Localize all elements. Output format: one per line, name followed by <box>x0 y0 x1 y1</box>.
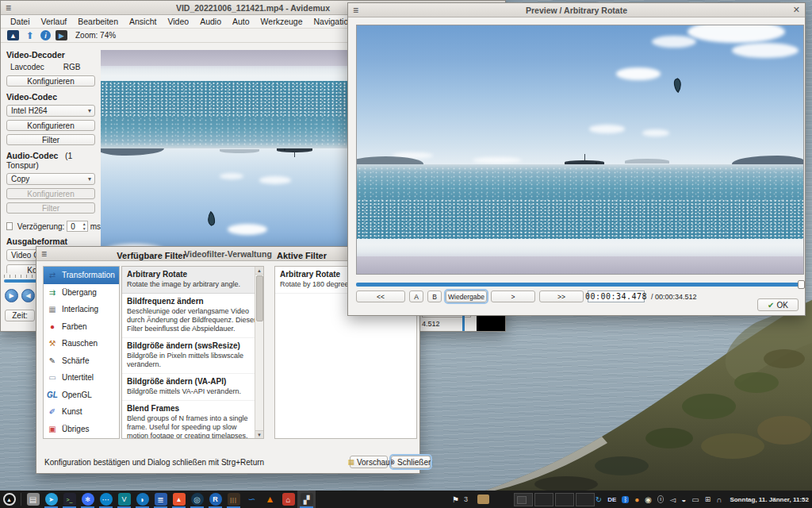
workspace-3[interactable] <box>555 493 574 506</box>
workspace-2[interactable] <box>534 493 553 506</box>
clock[interactable]: Sonntag, 11. Jänner, 11:52 <box>730 496 809 503</box>
taskbar-app-r[interactable]: R <box>206 491 224 508</box>
category-farben[interactable]: ●Farben <box>44 318 119 336</box>
filter-list-scrollbar[interactable]: ▲ ▼ <box>255 267 263 438</box>
avidemux-clapper-icon: ▞ <box>301 493 313 506</box>
ok-button[interactable]: ✔ OK <box>757 298 799 311</box>
audio-icon[interactable]: ∩ <box>716 495 722 504</box>
category-schaerfe[interactable]: ✎Schärfe <box>44 352 119 370</box>
nextcloud-icon: ⋯ <box>100 493 113 506</box>
music-player-icon[interactable]: ● <box>634 495 639 504</box>
filter-item-swsresize[interactable]: Bildgröße ändern (swsResize) Bildgröße i… <box>122 338 263 374</box>
taskbar-app-vlc[interactable]: ▲ <box>261 491 279 508</box>
delay-spinbox[interactable]: 0 ▲▼ <box>67 221 87 232</box>
photo-editor-icon: ◎ <box>191 493 204 506</box>
filter-category-list: ⇄Transformation ⇉Übergang ▦Interlacing ●… <box>43 266 120 439</box>
category-kunst[interactable]: ✐Kunst <box>44 403 119 421</box>
preview-seek-slider[interactable] <box>356 283 804 287</box>
notification-icon[interactable]: ⚑ <box>452 495 459 504</box>
taskbar-app-nextcloud[interactable]: ⋯ <box>97 491 115 508</box>
menu-video[interactable]: Video <box>163 16 193 27</box>
available-filters-header: Verfügbare Filter <box>36 251 266 260</box>
save-file-icon[interactable]: ⬆ <box>24 30 36 40</box>
preview-titlebar: ≡ Preview / Arbitrary Rotate ✕ <box>348 3 805 17</box>
preview-button[interactable]: ▦ Vorschau <box>350 456 388 468</box>
display-icon[interactable]: ▭ <box>691 495 699 504</box>
menu-bearbeiten[interactable]: Bearbeiten <box>73 16 123 27</box>
audio-codec-select[interactable]: Copy ▾ <box>6 173 95 185</box>
marker-b-button[interactable]: B <box>427 291 442 302</box>
app-menu-button[interactable]: ▲ <box>0 491 18 508</box>
filmstrip-icon[interactable]: ▶ <box>56 30 67 40</box>
menu-werkzeuge[interactable]: Werkzeuge <box>256 16 308 27</box>
close-icon[interactable]: ✕ <box>793 5 800 15</box>
info-icon[interactable]: i <box>40 30 51 40</box>
workspace-4[interactable] <box>576 493 595 506</box>
taskbar-app-library[interactable]: ||| <box>224 491 243 508</box>
decoder-configure-button[interactable]: Konfigurieren <box>6 75 95 87</box>
category-untertitel[interactable]: ▭Untertitel <box>44 369 119 387</box>
menu-auto[interactable]: Auto <box>228 16 255 27</box>
network-icon[interactable]: ⊞ <box>705 495 711 503</box>
marker-a-button[interactable]: A <box>409 291 423 302</box>
category-uebergang[interactable]: ⇉Übergang <box>44 284 119 302</box>
power-icon[interactable]: ◒ <box>681 495 686 504</box>
keyboard-layout-indicator[interactable]: DE <box>607 496 616 503</box>
filter-item-blend-frames[interactable]: Blend Frames Blend groups of N frames in… <box>122 401 263 439</box>
taskbar-app-thunderbird[interactable]: ◗ <box>133 491 151 508</box>
video-codec-select[interactable]: Intel H264 ▾ <box>6 105 95 117</box>
fast-forward-button[interactable]: >> <box>539 291 584 302</box>
taskbar-app-photo-editor[interactable]: ◎ <box>188 491 206 508</box>
volume-slider[interactable] <box>462 315 465 331</box>
output-format-heading: Ausgabeformat <box>6 237 101 246</box>
video-codec-configure-button[interactable]: Konfigurieren <box>6 120 95 131</box>
category-uebriges[interactable]: ▣Übriges <box>44 421 119 438</box>
delay-checkbox[interactable] <box>6 222 13 230</box>
play-button[interactable]: ▶ <box>5 289 18 302</box>
category-interlacing[interactable]: ▦Interlacing <box>44 301 119 318</box>
spinner-arrows-icon[interactable]: ▲▼ <box>82 221 86 231</box>
taskbar-app-archive[interactable]: ▤ <box>24 491 42 508</box>
taskbar: ▲ ▤ ➤ >_ ✻ ⋯ V ◗ ≣ ▲ ◎ R ||| ∽ ▲ ⌂ ▞ ⚑ 3… <box>0 491 812 508</box>
scrollbar-thumb[interactable] <box>256 275 263 321</box>
filter-item-vaapi[interactable]: Bildgröße ändern (VA-API) Bildgröße mitt… <box>122 374 263 401</box>
menu-ansicht[interactable]: Ansicht <box>124 16 161 27</box>
slider-handle[interactable] <box>798 280 805 289</box>
current-time-display[interactable]: 00:00:34.478 <box>588 291 645 302</box>
kdeconnect-icon[interactable]: ◅ <box>669 495 676 504</box>
taskbar-app-brave[interactable]: ▲ <box>170 491 188 508</box>
taskbar-app-video-tool[interactable]: V <box>115 491 133 508</box>
playback-button[interactable]: Wiedergabe <box>446 291 487 302</box>
taskbar-app-signal[interactable]: ✻ <box>79 491 97 508</box>
updates-icon[interactable]: ↻ <box>596 495 602 504</box>
menu-verlauf[interactable]: Verlauf <box>36 16 72 27</box>
rewind-button[interactable]: << <box>356 291 405 302</box>
video-filter-button[interactable]: Filter <box>6 134 95 145</box>
category-rauschen[interactable]: ⚒Rauschen <box>44 335 119 352</box>
step-forward-button[interactable]: > <box>491 291 535 302</box>
folder-icon[interactable] <box>477 495 489 504</box>
taskbar-app-bluefish[interactable]: ∽ <box>243 491 261 508</box>
open-file-icon[interactable]: ▲ <box>7 30 19 40</box>
filter-item-arbitrary-rotate[interactable]: Arbitrary Rotate Rotate the image by arb… <box>122 267 263 294</box>
category-opengl[interactable]: GLOpenGL <box>44 387 119 404</box>
scroll-up-icon[interactable]: ▲ <box>255 267 263 275</box>
decoder-name: Lavcodec <box>10 63 44 71</box>
menu-datei[interactable]: Datei <box>6 16 35 27</box>
taskbar-app-store[interactable]: ⌂ <box>279 491 297 508</box>
workspace-1[interactable] <box>514 493 533 506</box>
taskbar-app-telegram[interactable]: ➤ <box>42 491 60 508</box>
video-codec-heading: Video-Codec <box>6 92 101 102</box>
taskbar-app-avidemux[interactable]: ▞ <box>297 491 316 508</box>
filter-item-bildfrequenz[interactable]: Bildfrequenz ändern Beschleunige oder ve… <box>122 294 263 338</box>
taskbar-app-libreoffice[interactable]: ≣ <box>151 491 170 508</box>
category-transformation[interactable]: ⇄Transformation <box>44 267 119 284</box>
scroll-down-icon[interactable]: ▼ <box>255 430 263 438</box>
taskbar-app-terminal[interactable]: >_ <box>60 491 79 508</box>
menu-audio[interactable]: Audio <box>195 16 226 27</box>
redshift-icon[interactable]: ◉ <box>645 495 652 504</box>
bluetooth-icon[interactable]: ᛒ <box>622 496 629 503</box>
close-dialog-button[interactable]: ⊗ Schließen <box>391 456 431 468</box>
prev-frame-button[interactable]: ◀ <box>21 289 35 302</box>
pause-icon[interactable]: ‖ <box>657 495 664 503</box>
